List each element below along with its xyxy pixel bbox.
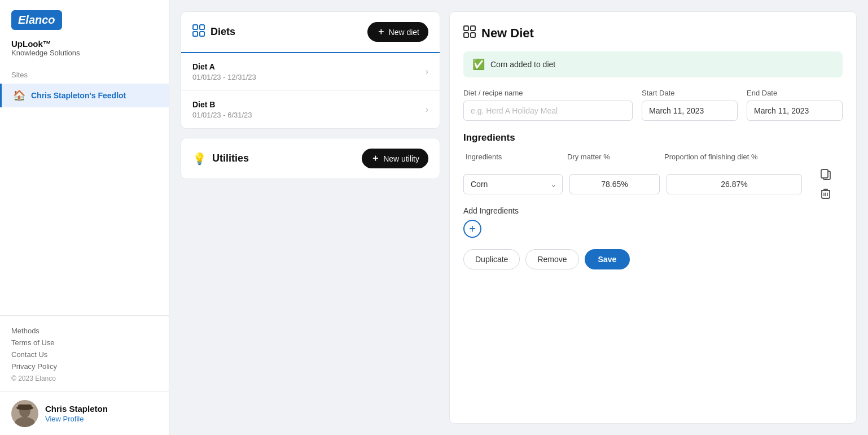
svg-rect-7 bbox=[193, 32, 198, 36]
terms-link[interactable]: Terms of Use bbox=[11, 337, 157, 349]
sidebar-item-chris-feedlot[interactable]: 🏠 Chris Stapleton's Feedlot bbox=[0, 84, 169, 107]
end-date-input[interactable] bbox=[747, 101, 843, 121]
copyright: © 2023 Elanco bbox=[11, 375, 157, 382]
start-date-group: Start Date bbox=[642, 89, 738, 121]
remove-button[interactable]: Remove bbox=[525, 249, 578, 269]
home-icon: 🏠 bbox=[13, 89, 25, 102]
success-banner: ✅ Corn added to diet bbox=[463, 51, 843, 77]
user-info: Chris Stapleton View Profile bbox=[45, 404, 108, 424]
diets-grid-icon bbox=[192, 24, 205, 40]
dry-matter-input[interactable] bbox=[569, 174, 660, 194]
delete-ingredient-button[interactable] bbox=[819, 186, 832, 202]
ingredient-select-wrapper: Corn ⌄ bbox=[463, 174, 563, 194]
svg-rect-14 bbox=[821, 169, 828, 178]
privacy-link[interactable]: Privacy Policy bbox=[11, 360, 157, 372]
sidebar: Elanco UpLook™ Knowledge Solutions Sites… bbox=[0, 0, 169, 435]
diet-a-date: 01/01/23 - 12/31/23 bbox=[192, 73, 256, 81]
svg-rect-8 bbox=[200, 32, 204, 36]
avatar-image bbox=[11, 400, 38, 427]
svg-rect-9 bbox=[464, 26, 468, 31]
col-ingredient-label: Ingredients bbox=[466, 153, 560, 161]
add-plus-icon: + bbox=[469, 223, 476, 236]
diets-card: Diets ＋ New diet Diet A 01/01/23 - 12/31… bbox=[181, 11, 440, 129]
ingredient-actions bbox=[809, 167, 843, 202]
app-name-area: UpLook™ Knowledge Solutions bbox=[0, 39, 169, 62]
diet-a-name: Diet A bbox=[192, 62, 256, 71]
diet-item-a[interactable]: Diet A 01/01/23 - 12/31/23 › bbox=[181, 53, 440, 91]
start-date-input[interactable] bbox=[642, 101, 738, 121]
new-diet-heading: New Diet bbox=[463, 25, 843, 41]
app-name: UpLook™ bbox=[11, 39, 157, 49]
add-ingredients-area: Add Ingredients + bbox=[463, 206, 843, 238]
ingredients-table-header: Ingredients Dry matter % Proportion of f… bbox=[463, 153, 843, 161]
copy-ingredient-button[interactable] bbox=[818, 167, 833, 182]
utilities-icon: 💡 bbox=[192, 152, 207, 166]
sidebar-item-label: Chris Stapleton's Feedlot bbox=[31, 91, 126, 100]
diet-item-b[interactable]: Diet B 01/01/23 - 6/31/23 › bbox=[181, 91, 440, 128]
start-date-label: Start Date bbox=[642, 89, 738, 97]
new-utility-button[interactable]: ＋ New utility bbox=[362, 149, 428, 168]
user-area: Chris Stapleton View Profile bbox=[0, 392, 169, 435]
end-date-label: End Date bbox=[747, 89, 843, 97]
new-diet-card: New Diet ✅ Corn added to diet Diet / rec… bbox=[449, 11, 857, 424]
avatar bbox=[11, 400, 38, 427]
diet-b-date: 01/01/23 - 6/31/23 bbox=[192, 111, 252, 119]
col-dry-matter-label: Dry matter % bbox=[567, 153, 657, 161]
col-proportion-label: Proportion of finishing diet % bbox=[664, 153, 800, 161]
save-button[interactable]: Save bbox=[585, 249, 630, 269]
diet-a-info: Diet A 01/01/23 - 12/31/23 bbox=[192, 62, 256, 81]
new-diet-title-text: New Diet bbox=[481, 26, 534, 41]
utilities-header: 💡 Utilities ＋ New utility bbox=[181, 138, 440, 179]
contact-link[interactable]: Contact Us bbox=[11, 349, 157, 360]
diet-b-info: Diet B 01/01/23 - 6/31/23 bbox=[192, 100, 252, 119]
add-ingredient-button[interactable]: + bbox=[463, 220, 481, 238]
form-row-dates: Diet / recipe name Start Date End Date bbox=[463, 89, 843, 121]
diet-name-group: Diet / recipe name bbox=[463, 89, 633, 121]
svg-rect-6 bbox=[200, 25, 204, 29]
svg-rect-10 bbox=[471, 26, 475, 31]
sidebar-footer: Methods Terms of Use Contact Us Privacy … bbox=[0, 315, 169, 392]
diets-title: Diets bbox=[211, 26, 235, 38]
ingredient-select[interactable]: Corn bbox=[463, 174, 563, 194]
plus-icon-utility: ＋ bbox=[371, 153, 380, 164]
add-ingredients-label: Add Ingredients bbox=[463, 206, 843, 215]
duplicate-button[interactable]: Duplicate bbox=[463, 249, 520, 269]
svg-rect-4 bbox=[18, 404, 32, 409]
svg-rect-11 bbox=[464, 33, 468, 37]
app-subtitle: Knowledge Solutions bbox=[11, 49, 157, 57]
diet-name-label: Diet / recipe name bbox=[463, 89, 633, 97]
diet-b-name: Diet B bbox=[192, 100, 252, 109]
new-diet-button[interactable]: ＋ New diet bbox=[367, 22, 428, 42]
new-utility-label: New utility bbox=[383, 154, 419, 163]
logo-area: Elanco bbox=[0, 0, 169, 39]
proportion-input[interactable] bbox=[667, 174, 802, 194]
methods-link[interactable]: Methods bbox=[11, 325, 157, 337]
view-profile-link[interactable]: View Profile bbox=[45, 415, 84, 423]
diets-card-header: Diets ＋ New diet bbox=[181, 12, 440, 53]
success-message: Corn added to diet bbox=[490, 60, 555, 69]
ingredient-row-0: Corn ⌄ bbox=[463, 167, 843, 202]
chevron-right-icon: › bbox=[426, 67, 428, 77]
new-diet-grid-icon bbox=[463, 25, 476, 41]
sites-label: Sites bbox=[0, 62, 169, 84]
left-panel: Diets ＋ New diet Diet A 01/01/23 - 12/31… bbox=[181, 11, 440, 424]
end-date-group: End Date bbox=[747, 89, 843, 121]
form-actions: Duplicate Remove Save bbox=[463, 249, 843, 269]
utilities-header-left: 💡 Utilities bbox=[192, 152, 249, 166]
svg-rect-12 bbox=[471, 33, 475, 37]
logo-text: Elanco bbox=[18, 14, 55, 26]
user-name: Chris Stapleton bbox=[45, 404, 108, 414]
svg-rect-5 bbox=[193, 25, 198, 29]
col-actions-label bbox=[806, 153, 840, 161]
ingredients-section-title: Ingredients bbox=[463, 132, 843, 143]
diet-name-input[interactable] bbox=[463, 101, 633, 121]
main-content: Diets ＋ New diet Diet A 01/01/23 - 12/31… bbox=[169, 0, 868, 435]
right-panel: New Diet ✅ Corn added to diet Diet / rec… bbox=[449, 11, 857, 424]
success-check-icon: ✅ bbox=[472, 58, 485, 71]
utilities-title: Utilities bbox=[212, 153, 249, 164]
diets-header-left: Diets bbox=[192, 24, 235, 40]
new-diet-label: New diet bbox=[389, 28, 419, 37]
utilities-card: 💡 Utilities ＋ New utility bbox=[181, 138, 440, 179]
elanco-logo: Elanco bbox=[11, 10, 62, 30]
chevron-right-icon-b: › bbox=[426, 105, 428, 115]
